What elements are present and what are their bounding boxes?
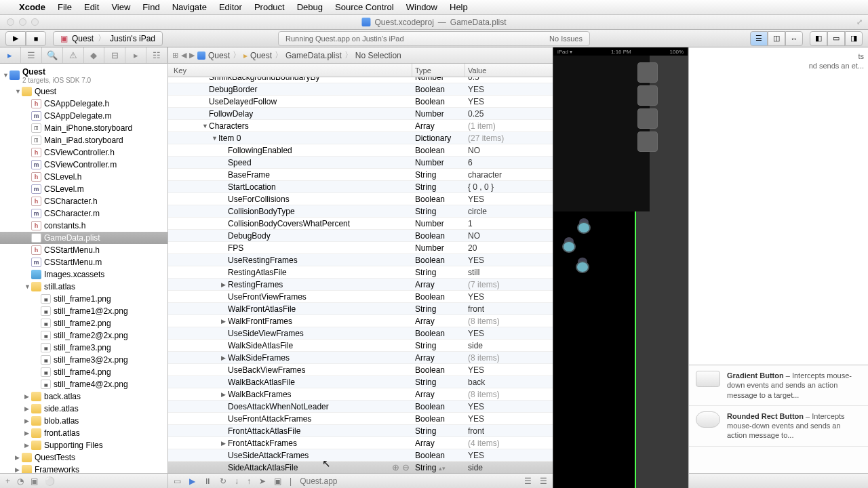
- breakpoint-navigator-tab[interactable]: ▸: [125, 47, 146, 63]
- object-library[interactable]: Gradient Button – Intercepts mouse-down …: [689, 365, 868, 473]
- menu-window[interactable]: Window: [406, 2, 437, 12]
- assistant-editor-button[interactable]: ◫: [768, 31, 785, 46]
- jump-item-0[interactable]: Quest: [208, 51, 230, 60]
- related-items-icon[interactable]: ⊞: [172, 51, 178, 60]
- tree-row[interactable]: ▶QuestTests: [0, 451, 167, 464]
- tree-row[interactable]: ≡GameData.plist: [0, 232, 167, 244]
- plist-row[interactable]: SpeedNumber6: [168, 157, 553, 169]
- menu-find[interactable]: Find: [142, 2, 159, 12]
- tree-project-root[interactable]: ▼Quest2 targets, iOS SDK 7.0: [0, 65, 167, 85]
- tree-row[interactable]: ▦still_frame3.png: [0, 342, 167, 354]
- tree-row[interactable]: hCSStartMenu.h: [0, 244, 167, 256]
- library-item-rounded-rect-button[interactable]: Rounded Rect Button – Intercepts mouse-d…: [689, 406, 868, 447]
- plist-row[interactable]: FrontAttackAtlasFileStringfront: [168, 425, 553, 437]
- jump-back-icon[interactable]: ◀: [181, 51, 186, 60]
- tree-row[interactable]: ▦still_frame1@2x.png: [0, 305, 167, 317]
- menu-file[interactable]: File: [58, 2, 72, 12]
- add-button[interactable]: +: [5, 476, 10, 486]
- debug-navigator-tab[interactable]: ⊟: [104, 47, 125, 63]
- standard-editor-button[interactable]: ☰: [750, 31, 768, 46]
- tree-row[interactable]: Images.xcassets: [0, 268, 167, 281]
- tree-row[interactable]: ▼still.atlas: [0, 281, 167, 293]
- plist-row[interactable]: CollisionBodyTypeStringcircle: [168, 205, 553, 218]
- tree-row[interactable]: mCSAppDelegate.m: [0, 110, 167, 122]
- step-out-icon[interactable]: ↑: [247, 476, 251, 486]
- scheme-selector[interactable]: ▣ Quest 〉 Justin's iPad: [53, 31, 163, 46]
- run-button[interactable]: ▶: [5, 31, 26, 46]
- zoom-window-button[interactable]: [31, 18, 39, 26]
- plist-row[interactable]: SideAttackAtlasFile⊕ ⊖String▴▾side: [168, 462, 553, 473]
- tree-row[interactable]: ▦still_frame4@2x.png: [0, 378, 167, 390]
- menu-navigate[interactable]: Navigate: [172, 2, 207, 12]
- plist-row[interactable]: UseBackViewFramesBooleanYES: [168, 364, 553, 376]
- plist-row[interactable]: UseDelayedFollowBooleanYES: [168, 96, 553, 108]
- tree-row[interactable]: ▶Supporting Files: [0, 439, 167, 451]
- plist-row[interactable]: ▶WalkSideFramesArray(8 items): [168, 352, 553, 364]
- library-item-gradient-button[interactable]: Gradient Button – Intercepts mouse-down …: [689, 365, 868, 406]
- tree-row[interactable]: ▶blob.atlas: [0, 415, 167, 427]
- plist-row[interactable]: ▶WalkBackFramesArray(8 items): [168, 388, 553, 401]
- jump-item-3[interactable]: No Selection: [355, 51, 401, 60]
- filter-scm-icon[interactable]: ▣: [31, 476, 38, 486]
- plist-row[interactable]: ▶FrontAttackFramesArray(4 items): [168, 437, 553, 449]
- location-icon[interactable]: ➤: [259, 476, 266, 486]
- step-into-icon[interactable]: ↓: [235, 476, 239, 486]
- app-menu[interactable]: Xcode: [19, 2, 45, 12]
- issue-navigator-tab[interactable]: ⚠: [63, 47, 84, 63]
- header-key[interactable]: Key: [168, 64, 412, 77]
- tree-row[interactable]: ▦still_frame3@2x.png: [0, 354, 167, 366]
- console-view-icon[interactable]: ☰: [540, 476, 547, 486]
- plist-row[interactable]: DoesAttackWhenNotLeaderBooleanYES: [168, 401, 553, 413]
- header-type[interactable]: Type: [412, 64, 465, 77]
- menu-editor[interactable]: Editor: [219, 2, 242, 12]
- project-navigator-tab[interactable]: ▸: [0, 47, 21, 63]
- tree-row[interactable]: ▦still_frame2@2x.png: [0, 329, 167, 342]
- test-navigator-tab[interactable]: ◆: [84, 47, 105, 63]
- minimize-window-button[interactable]: [19, 18, 26, 26]
- plist-row[interactable]: FollowDelayNumber0.25: [168, 108, 553, 120]
- log-navigator-tab[interactable]: ☷: [146, 47, 167, 63]
- variables-view-icon[interactable]: ☰: [524, 476, 532, 486]
- toggle-debug-button[interactable]: ▭: [827, 31, 845, 46]
- plist-row[interactable]: WalkSideAtlasFileStringside: [168, 340, 553, 352]
- tree-row[interactable]: ▶back.atlas: [0, 390, 167, 403]
- tree-row[interactable]: mCSCharacter.m: [0, 207, 167, 220]
- plist-row[interactable]: UseFrontAttackFramesBooleanYES: [168, 413, 553, 425]
- plist-row[interactable]: BaseFrameStringcharacter: [168, 169, 553, 181]
- jump-forward-icon[interactable]: ▶: [189, 51, 195, 60]
- search-navigator-tab[interactable]: 🔍: [42, 47, 63, 63]
- plist-row[interactable]: ▼CharactersArray(1 item): [168, 120, 553, 132]
- plist-row[interactable]: FPSNumber20: [168, 242, 553, 254]
- filter-icon[interactable]: ⚪: [45, 476, 55, 486]
- tree-row[interactable]: hCSLevel.h: [0, 171, 167, 183]
- menu-product[interactable]: Product: [254, 2, 285, 12]
- toggle-navigator-button[interactable]: ◧: [810, 31, 827, 46]
- menu-edit[interactable]: Edit: [84, 2, 99, 12]
- continue-icon[interactable]: ▶: [189, 476, 195, 486]
- tree-row[interactable]: hCSViewController.h: [0, 146, 167, 159]
- plist-row[interactable]: UseFrontViewFramesBooleanYES: [168, 291, 553, 303]
- tree-row[interactable]: ▦still_frame1.png: [0, 293, 167, 305]
- toggle-debug-area-icon[interactable]: ▭: [174, 476, 181, 486]
- tree-row[interactable]: ▦still_frame4.png: [0, 366, 167, 378]
- plist-row[interactable]: DebugBodyBooleanNO: [168, 230, 553, 242]
- menu-view[interactable]: View: [111, 2, 130, 12]
- tree-row[interactable]: hCSCharacter.h: [0, 195, 167, 207]
- jump-bar[interactable]: ⊞ ◀ ▶ Quest 〉 ▸ Quest 〉 GameData.plist 〉…: [168, 47, 553, 64]
- pause-icon[interactable]: ⏸: [203, 476, 212, 486]
- tree-row[interactable]: mCSStartMenu.m: [0, 256, 167, 268]
- plist-row[interactable]: ▼Item 0Dictionary(27 items): [168, 132, 553, 144]
- tree-row[interactable]: ▼Quest: [0, 85, 167, 98]
- tree-row[interactable]: hconstants.h: [0, 220, 167, 232]
- jump-item-1[interactable]: Quest: [250, 51, 272, 60]
- plist-row[interactable]: FollowingEnabledBooleanNO: [168, 144, 553, 157]
- plist-row[interactable]: StartLocationString{ 0 , 0 }: [168, 181, 553, 193]
- project-tree[interactable]: ▼Quest2 targets, iOS SDK 7.0▼QuesthCSApp…: [0, 64, 167, 473]
- jump-item-2[interactable]: GameData.plist: [285, 51, 342, 60]
- plist-row[interactable]: CollisionBodyCoversWhatPercentNumber1: [168, 218, 553, 230]
- version-editor-button[interactable]: ↔: [785, 31, 803, 46]
- filter-recent-icon[interactable]: ◔: [17, 476, 24, 486]
- plist-body[interactable]: ShrinkBackgroundBoundaryByNumber0.5Debug…: [168, 77, 553, 473]
- tree-row[interactable]: ▶side.atlas: [0, 403, 167, 415]
- fullscreen-icon[interactable]: ⤢: [856, 18, 863, 26]
